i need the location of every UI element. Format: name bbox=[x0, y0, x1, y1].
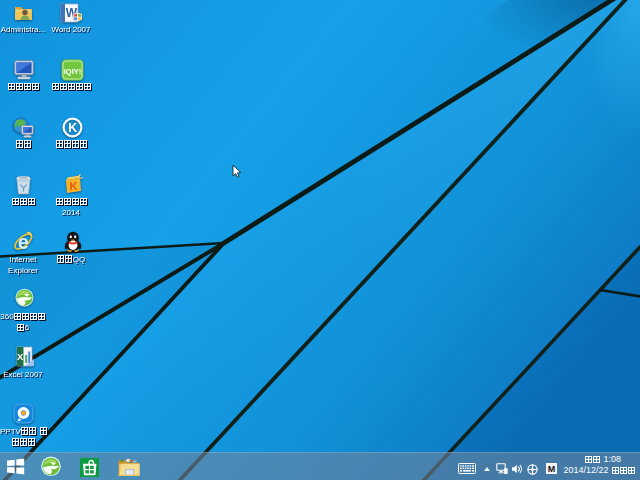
svg-text:K: K bbox=[70, 180, 78, 192]
svg-text:iQIY!: iQIY! bbox=[64, 67, 82, 76]
svg-text:X: X bbox=[17, 351, 24, 362]
svg-text:M: M bbox=[548, 464, 556, 474]
svg-text:e: e bbox=[18, 231, 29, 252]
svg-text:K: K bbox=[68, 121, 77, 135]
